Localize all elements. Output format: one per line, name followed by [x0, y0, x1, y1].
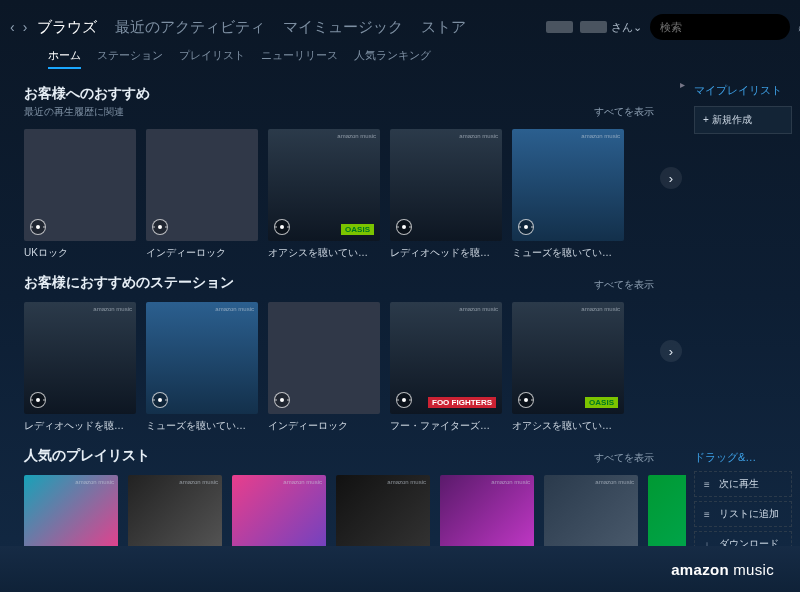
album-art[interactable] — [268, 302, 380, 414]
section-1: お客様におすすめのステーションすべてを表示amazon musicレディオヘッド… — [24, 274, 678, 433]
art-tag: FOO FIGHTERS — [428, 397, 496, 408]
sub-tab-2[interactable]: プレイリスト — [179, 48, 245, 69]
card[interactable]: amazon music — [336, 475, 430, 553]
brand-label: amazon music — [337, 133, 376, 139]
card[interactable]: amazon music — [544, 475, 638, 553]
brand-label: amazon music — [581, 306, 620, 312]
card[interactable]: UKロック — [24, 129, 136, 260]
drag-action-0[interactable]: ≡次に再生 — [694, 471, 792, 497]
brand-label: amazon music — [387, 479, 426, 485]
search-input[interactable] — [660, 21, 798, 33]
section-subtitle: 最近の再生履歴に関連 — [24, 105, 150, 119]
card-label: インディーロック — [146, 246, 258, 260]
card[interactable]: amazon musicOASISオアシスを聴いてい… — [512, 302, 624, 433]
album-art[interactable]: amazon musicFOO FIGHTERS — [390, 302, 502, 414]
album-art[interactable] — [24, 129, 136, 241]
section-2: 人気のプレイリストすべてを表示amazon musicamazon musica… — [24, 447, 678, 553]
card[interactable]: amazon musicOASISオアシスを聴いてい… — [268, 129, 380, 260]
station-icon — [30, 392, 46, 408]
section-title: お客様へのおすすめ — [24, 85, 150, 103]
sub-tab-4[interactable]: 人気ランキング — [354, 48, 431, 69]
sub-tab-3[interactable]: ニューリリース — [261, 48, 338, 69]
main-tab-1[interactable]: 最近のアクティビティ — [115, 18, 265, 37]
brand-label: amazon music — [459, 133, 498, 139]
card[interactable]: amazon musicレディオヘッドを聴… — [24, 302, 136, 433]
brand-label: amazon music — [581, 133, 620, 139]
station-icon — [518, 392, 534, 408]
card[interactable]: amazon music — [232, 475, 326, 553]
album-art[interactable]: amazon musicOASIS — [512, 302, 624, 414]
search-box[interactable]: ⌕ — [650, 14, 790, 40]
card-label: オアシスを聴いてい… — [268, 246, 380, 260]
main-column: お客様へのおすすめ最近の再生履歴に関連すべてを表示UKロックインディーロックam… — [0, 75, 686, 557]
action-icon: ≡ — [701, 479, 713, 490]
nav-arrows: ‹ › — [10, 19, 27, 35]
card[interactable]: amazon musicミューズを聴いてい… — [512, 129, 624, 260]
station-icon — [518, 219, 534, 235]
brand-label: amazon music — [93, 306, 132, 312]
album-art[interactable]: amazon music — [648, 475, 686, 553]
card[interactable]: インディーロック — [146, 129, 258, 260]
user-menu[interactable]: xx xxさん⌄ — [546, 20, 642, 35]
album-art[interactable]: amazon music — [336, 475, 430, 553]
album-art[interactable]: amazon musicOASIS — [268, 129, 380, 241]
sidebar-title: マイプレイリスト — [694, 83, 792, 98]
sub-tab-0[interactable]: ホーム — [48, 48, 81, 69]
station-icon — [152, 392, 168, 408]
album-art[interactable] — [146, 129, 258, 241]
chevron-down-icon: ⌄ — [633, 21, 642, 33]
album-art[interactable]: amazon music — [146, 302, 258, 414]
album-art[interactable]: amazon music — [232, 475, 326, 553]
album-art[interactable]: amazon music — [24, 302, 136, 414]
card-label: レディオヘッドを聴… — [24, 419, 136, 433]
station-icon — [274, 392, 290, 408]
album-art[interactable]: amazon music — [544, 475, 638, 553]
section-title: 人気のプレイリスト — [24, 447, 150, 465]
card[interactable]: amazon music — [128, 475, 222, 553]
action-label: リストに追加 — [719, 507, 779, 521]
main-tab-3[interactable]: ストア — [421, 18, 466, 37]
card-row: amazon musicamazon musicamazon musicamaz… — [24, 475, 678, 553]
main-tab-2[interactable]: マイミュージック — [283, 18, 403, 37]
card[interactable]: amazon musicミューズを聴いてい… — [146, 302, 258, 433]
sidebar-collapse-icon[interactable]: ▸ — [680, 79, 685, 90]
drag-action-1[interactable]: ≡リストに追加 — [694, 501, 792, 527]
card[interactable]: amazon musicFOO FIGHTERSフー・ファイターズ… — [390, 302, 502, 433]
station-icon — [396, 219, 412, 235]
amazon-music-logo: amazon music — [671, 561, 774, 578]
card[interactable]: amazon musicレディオヘッドを聴… — [390, 129, 502, 260]
album-art[interactable]: amazon music — [512, 129, 624, 241]
show-all-link[interactable]: すべてを表示 — [594, 451, 654, 465]
card[interactable]: インディーロック — [268, 302, 380, 433]
main-tabs: ブラウズ最近のアクティビティマイミュージックストア — [37, 18, 546, 37]
station-icon — [30, 219, 46, 235]
topbar: ‹ › ブラウズ最近のアクティビティマイミュージックストア xx xxさん⌄ ⌕ — [0, 0, 800, 48]
card-label: UKロック — [24, 246, 136, 260]
nav-back-icon[interactable]: ‹ — [10, 19, 15, 35]
card[interactable]: amazon music — [24, 475, 118, 553]
row-next-icon[interactable]: › — [660, 340, 682, 362]
row-next-icon[interactable]: › — [660, 167, 682, 189]
section-0: お客様へのおすすめ最近の再生履歴に関連すべてを表示UKロックインディーロックam… — [24, 85, 678, 260]
album-art[interactable]: amazon music — [24, 475, 118, 553]
sub-tab-1[interactable]: ステーション — [97, 48, 163, 69]
user-name-redacted: xx — [546, 21, 573, 33]
section-head: お客様におすすめのステーションすべてを表示 — [24, 274, 678, 292]
card[interactable]: amazon music — [648, 475, 686, 553]
bottom-bar: amazon music — [0, 546, 800, 592]
sidebar: ▸ マイプレイリスト 新規作成 ドラッグ&… ≡次に再生≡リストに追加↓ダウンロ… — [686, 75, 800, 557]
album-art[interactable]: amazon music — [128, 475, 222, 553]
card[interactable]: amazon music — [440, 475, 534, 553]
album-art[interactable]: amazon music — [440, 475, 534, 553]
station-icon — [152, 219, 168, 235]
show-all-link[interactable]: すべてを表示 — [594, 105, 654, 119]
album-art[interactable]: amazon music — [390, 129, 502, 241]
main-tab-0[interactable]: ブラウズ — [37, 18, 97, 37]
show-all-link[interactable]: すべてを表示 — [594, 278, 654, 292]
card-label: フー・ファイターズ… — [390, 419, 502, 433]
drag-title: ドラッグ&… — [694, 450, 792, 465]
section-head: お客様へのおすすめ最近の再生履歴に関連すべてを表示 — [24, 85, 678, 119]
card-label: インディーロック — [268, 419, 380, 433]
nav-forward-icon[interactable]: › — [23, 19, 28, 35]
new-playlist-button[interactable]: 新規作成 — [694, 106, 792, 134]
